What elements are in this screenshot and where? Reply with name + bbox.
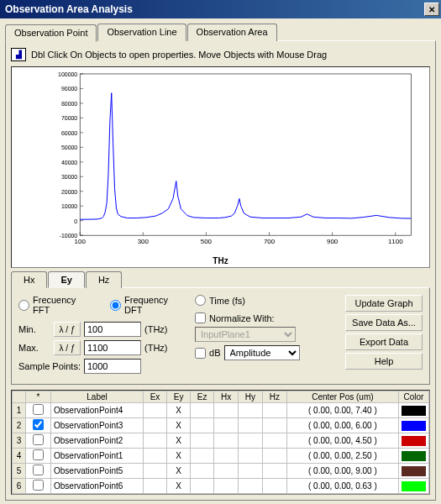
chart-xlabel: THz — [213, 256, 228, 265]
svg-text:300: 300 — [138, 238, 150, 245]
normalize-label: Normalize With: — [209, 313, 275, 323]
min-label: Min. — [18, 324, 50, 334]
normalize-select: InputPlane1 — [195, 327, 296, 342]
svg-text:500: 500 — [201, 238, 213, 245]
table-row[interactable]: 3 ObservationPoint2 X ( 0.00, 0.00, 4.50… — [13, 433, 429, 449]
db-check[interactable] — [195, 348, 206, 359]
tab-ey[interactable]: Ey — [48, 271, 84, 288]
svg-text:80000: 80000 — [61, 101, 77, 107]
spectrum-chart: -100000100002000030000400005000060000700… — [45, 71, 421, 250]
table-header[interactable]: Hz — [262, 391, 286, 403]
svg-text:10000: 10000 — [61, 203, 77, 209]
table-row[interactable]: 5 ObservationPoint5 X ( 0.00, 0.00, 9.00… — [13, 464, 429, 479]
graph-icon: ▟ — [11, 48, 26, 61]
tab-hz[interactable]: Hz — [86, 271, 122, 288]
table-row[interactable]: 1 ObservationPoint4 X ( 0.00, 0.00, 7.40… — [13, 403, 429, 418]
db-label: dB — [209, 348, 220, 358]
radio-freq-fft[interactable]: Frecuency FFT — [18, 295, 95, 315]
table-header[interactable]: Hx — [214, 391, 239, 403]
sample-points-input[interactable] — [84, 359, 141, 374]
svg-text:1100: 1100 — [388, 238, 403, 245]
svg-text:90000: 90000 — [61, 86, 77, 92]
chart-area[interactable]: -100000100002000030000400005000060000700… — [11, 66, 430, 268]
tab-observation-area[interactable]: Observation Area — [187, 24, 277, 41]
table-header[interactable]: Ez — [191, 391, 214, 403]
svg-text:700: 700 — [264, 238, 276, 245]
svg-text:100000: 100000 — [58, 71, 77, 77]
table-header[interactable]: Label — [51, 391, 144, 403]
table-header[interactable]: Ex — [144, 391, 167, 403]
max-unit: (THz) — [144, 343, 168, 353]
table-header[interactable]: * — [26, 391, 51, 403]
table-header[interactable]: Hy — [238, 391, 262, 403]
svg-text:20000: 20000 — [61, 189, 77, 195]
update-graph-button[interactable]: Update Graph — [345, 295, 423, 312]
sample-points-label: Sample Points: — [18, 361, 81, 371]
help-button[interactable]: Help — [345, 353, 423, 370]
normalize-check[interactable] — [195, 312, 206, 323]
tab-observation-line[interactable]: Observation Line — [97, 24, 186, 41]
close-button[interactable]: ✕ — [424, 3, 439, 16]
svg-text:60000: 60000 — [61, 130, 77, 136]
max-unit-toggle[interactable]: λ / ƒ — [54, 340, 81, 355]
min-unit: (THz) — [144, 324, 168, 334]
svg-text:100: 100 — [75, 238, 87, 245]
table-header[interactable] — [13, 391, 26, 403]
max-input[interactable] — [84, 340, 141, 355]
min-unit-toggle[interactable]: λ / ƒ — [54, 322, 81, 337]
save-data-button[interactable]: Save Data As... — [345, 314, 423, 331]
svg-text:40000: 40000 — [61, 160, 77, 165]
tab-hx[interactable]: Hx — [11, 271, 47, 288]
radio-time-fs[interactable]: Time (fs) — [195, 295, 245, 306]
max-label: Max. — [18, 343, 50, 353]
window-title: Observation Area Analysis — [5, 3, 133, 15]
svg-text:0: 0 — [74, 218, 77, 224]
export-data-button[interactable]: Export Data — [345, 333, 423, 350]
svg-text:900: 900 — [327, 238, 339, 245]
table-row[interactable]: 6 ObservationPoint6 X ( 0.00, 0.00, 0.63… — [13, 479, 429, 494]
amplitude-select[interactable]: Amplitude — [224, 345, 300, 360]
tab-observation-point[interactable]: Observation Point — [5, 24, 97, 42]
min-input[interactable] — [84, 322, 141, 337]
svg-text:70000: 70000 — [61, 115, 77, 121]
table-header[interactable]: Center Pos (um) — [286, 391, 398, 403]
table-row[interactable]: 4 ObservationPoint1 X ( 0.00, 0.00, 2.50… — [13, 449, 429, 464]
info-text: Dbl Click On Objects to open properties.… — [31, 50, 327, 60]
svg-rect-0 — [80, 74, 411, 235]
svg-text:50000: 50000 — [61, 144, 77, 150]
svg-text:30000: 30000 — [61, 174, 77, 180]
observation-table[interactable]: *LabelExEyEzHxHyHzCenter Pos (um)Color 1… — [12, 391, 429, 494]
radio-freq-dft[interactable]: Frequency DFT — [110, 295, 188, 315]
table-header[interactable]: Color — [399, 391, 429, 403]
table-header[interactable]: Ey — [167, 391, 191, 403]
table-row[interactable]: 2 ObservationPoint3 X ( 0.00, 0.00, 6.00… — [13, 418, 429, 433]
